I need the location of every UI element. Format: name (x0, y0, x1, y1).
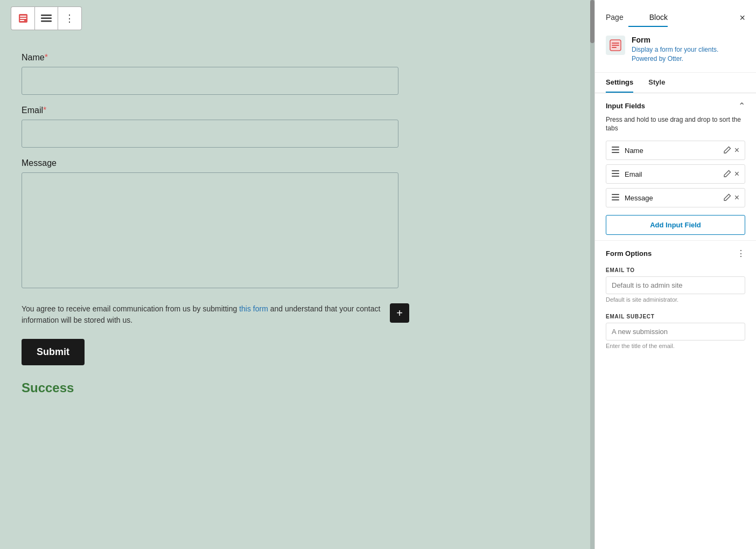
svg-rect-2 (20, 18, 26, 19)
tab-block[interactable]: Block (649, 9, 668, 27)
svg-rect-13 (612, 152, 619, 153)
form-options-menu-button[interactable]: ⋮ (737, 248, 745, 259)
add-input-field-button[interactable]: Add Input Field (606, 215, 745, 235)
drag-handle-email[interactable] (612, 170, 619, 178)
settings-style-tabs: Settings Style (595, 73, 756, 93)
svg-rect-12 (612, 149, 619, 150)
input-fields-header: Input Fields ⌃ (595, 93, 756, 115)
form-options-header: Form Options ⋮ (595, 240, 756, 264)
field-row-name: Name × (606, 141, 745, 160)
consent-text: You agree to receive email communication… (22, 303, 398, 326)
svg-rect-6 (41, 20, 52, 22)
consent-link[interactable]: this form (239, 304, 268, 313)
email-subject-group: EMAIL SUBJECT Enter the title of the ema… (595, 310, 756, 357)
drag-handle-name[interactable] (612, 146, 619, 155)
block-info-section: Form Display a form for your clients. Po… (595, 27, 756, 73)
edit-field-message-button[interactable] (724, 193, 731, 203)
remove-field-email-button[interactable]: × (734, 169, 739, 179)
svg-rect-11 (612, 147, 619, 148)
message-field-label: Message (22, 158, 573, 168)
scrollbar-thumb[interactable] (590, 0, 594, 43)
svg-rect-18 (612, 197, 619, 198)
submit-button[interactable]: Submit (22, 339, 85, 365)
field-name-label: Name (625, 147, 724, 155)
field-email-label: Email (625, 170, 724, 178)
block-description: Display a form for your clients. Powered… (632, 45, 745, 64)
svg-rect-16 (612, 176, 619, 177)
email-subject-hint: Enter the title of the email. (606, 343, 745, 349)
email-to-label: EMAIL TO (606, 267, 745, 273)
email-to-hint: Default is site administrator. (606, 296, 745, 303)
svg-rect-9 (612, 45, 619, 46)
field-row-message: Message × (606, 188, 745, 207)
email-to-group: EMAIL TO Default is site administrator. (595, 264, 756, 310)
name-field-label: Name* (22, 53, 573, 62)
email-subject-label: EMAIL SUBJECT (606, 314, 745, 319)
svg-rect-15 (612, 173, 619, 174)
svg-rect-19 (612, 199, 619, 200)
block-info-text: Form Display a form for your clients. Po… (632, 36, 745, 64)
success-label: Success (22, 380, 573, 395)
drag-handle-message[interactable] (612, 193, 619, 202)
toolbar-align-icon[interactable] (34, 6, 58, 30)
drag-hint-text: Press and hold to use drag and drop to s… (595, 115, 756, 139)
svg-rect-10 (612, 47, 617, 48)
toolbar-more-icon[interactable]: ⋮ (58, 6, 82, 30)
email-input[interactable] (22, 120, 398, 148)
field-row-email: Email × (606, 164, 745, 184)
field-message-label: Message (625, 194, 724, 202)
form-preview: Name* Email* Message You agree to receiv… (0, 37, 594, 412)
toolbar-form-icon[interactable] (11, 6, 34, 30)
sidebar: Page Block × Form Display a form for you… (594, 0, 756, 549)
close-sidebar-button[interactable]: × (739, 12, 745, 24)
edit-field-email-button[interactable] (724, 170, 731, 179)
email-to-input[interactable] (606, 276, 745, 294)
block-toolbar: ⋮ (0, 0, 594, 37)
email-subject-input[interactable] (606, 323, 745, 340)
svg-rect-17 (612, 194, 619, 195)
svg-rect-4 (41, 15, 52, 16)
form-options-title: Form Options (606, 249, 652, 258)
svg-rect-1 (20, 16, 26, 17)
input-fields-title: Input Fields (606, 102, 645, 110)
remove-field-name-button[interactable]: × (734, 145, 739, 155)
svg-rect-5 (41, 18, 52, 19)
tab-style[interactable]: Style (648, 73, 665, 93)
svg-rect-14 (612, 170, 619, 171)
name-input[interactable] (22, 67, 398, 95)
collapse-input-fields-button[interactable]: ⌃ (738, 101, 745, 111)
svg-rect-3 (20, 20, 24, 21)
tab-settings[interactable]: Settings (606, 73, 633, 93)
email-field-label: Email* (22, 106, 573, 115)
svg-rect-8 (612, 43, 619, 44)
block-title: Form (632, 36, 745, 44)
add-block-button[interactable]: + (390, 303, 409, 323)
edit-field-name-button[interactable] (724, 146, 731, 155)
scrollbar-track[interactable] (590, 0, 594, 549)
tab-page[interactable]: Page (606, 9, 624, 27)
form-block-icon (606, 36, 625, 55)
remove-field-message-button[interactable]: × (734, 193, 739, 203)
message-input[interactable] (22, 172, 398, 288)
sidebar-tabs-header: Page Block × (595, 0, 756, 27)
